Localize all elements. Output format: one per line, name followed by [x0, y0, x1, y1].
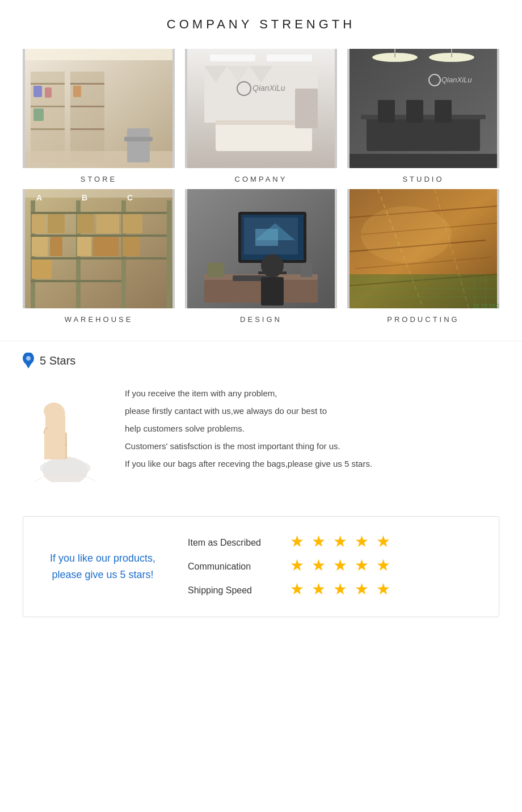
stars-text-line4: Customers' satisfsction is the most impo…	[125, 438, 499, 454]
studio-image: QianXiLu	[347, 49, 499, 168]
svg-rect-17	[25, 49, 172, 60]
stars-row-item-described: ★ ★ ★ ★ ★	[290, 534, 394, 552]
rating-box: If you like our products, please give us…	[23, 516, 499, 617]
star-3: ★	[333, 581, 351, 600]
svg-marker-109	[24, 362, 32, 369]
rating-rows: Item as Described ★ ★ ★ ★ ★ Communicatio…	[188, 534, 482, 600]
svg-rect-89	[261, 277, 284, 305]
svg-rect-52	[31, 235, 76, 237]
svg-rect-58	[76, 280, 121, 282]
stars-text-line2: please firstly cantact with us,we always…	[125, 403, 499, 418]
design-label: DESIGN	[240, 315, 282, 324]
svg-point-110	[26, 356, 31, 361]
svg-rect-20	[210, 55, 255, 61]
store-image	[23, 49, 175, 168]
svg-rect-60	[121, 235, 167, 237]
svg-rect-54	[31, 280, 76, 282]
rating-cta-line1: If you like our products,	[40, 550, 165, 567]
company-strength-section: COMPANY STRENGTH	[0, 0, 522, 341]
svg-rect-59	[121, 212, 167, 214]
producting-image: 21 22 23 24	[347, 189, 499, 308]
star-3: ★	[333, 534, 351, 552]
svg-text:21 22 23 24: 21 22 23 24	[473, 303, 499, 308]
rating-row-communication: Communication ★ ★ ★ ★ ★	[188, 558, 482, 576]
grid-item-store: STORE	[23, 49, 175, 183]
svg-rect-13	[73, 86, 81, 97]
svg-rect-55	[76, 212, 121, 214]
svg-point-122	[40, 459, 91, 476]
grid-item-design: DESIGN	[185, 189, 337, 324]
svg-rect-82	[255, 229, 278, 246]
svg-text:QianXiLu: QianXiLu	[252, 83, 285, 93]
svg-rect-41	[435, 100, 452, 123]
grid-item-warehouse: A B C WAREHOUSE	[23, 189, 175, 324]
svg-rect-61	[121, 257, 167, 259]
warehouse-image: A B C	[23, 189, 175, 308]
svg-rect-14	[25, 151, 172, 168]
star-4: ★	[355, 581, 373, 600]
stars-text-block: If you receive the item with any problem…	[125, 380, 499, 474]
svg-rect-15	[127, 128, 150, 162]
star-2: ★	[311, 534, 330, 552]
rating-row-shipping: Shipping Speed ★ ★ ★ ★ ★	[188, 581, 482, 600]
rating-label-shipping: Shipping Speed	[188, 585, 279, 596]
star-4: ★	[355, 558, 373, 576]
svg-rect-91	[207, 263, 224, 277]
company-label: COMPANY	[235, 175, 288, 183]
svg-rect-44	[350, 154, 497, 168]
grid-item-producting: 21 22 23 24 PRODUCTING	[347, 189, 499, 324]
rating-cta-line2: please give us 5 stars!	[40, 567, 165, 583]
svg-rect-6	[70, 72, 104, 162]
stars-text-line1: If you receive the item with any problem…	[125, 386, 499, 401]
rating-cta: If you like our products, please give us…	[40, 550, 165, 583]
svg-rect-12	[33, 108, 44, 121]
svg-rect-53	[31, 257, 76, 259]
five-stars-title: 5 Stars	[40, 354, 75, 367]
producting-label: PRODUCTING	[387, 315, 459, 324]
svg-rect-67	[77, 214, 94, 233]
star-5: ★	[376, 558, 394, 576]
star-3: ★	[333, 558, 351, 576]
svg-rect-51	[31, 212, 76, 214]
svg-rect-72	[123, 237, 140, 256]
stars-header: 5 Stars	[23, 353, 499, 369]
store-label: STORE	[81, 175, 117, 183]
studio-label: STUDIO	[402, 175, 444, 183]
grid-item-company: QianXiLu COMPANY	[185, 49, 337, 183]
svg-text:QianXiLu: QianXiLu	[441, 76, 472, 84]
grid-item-studio: QianXiLu STUDIO	[347, 49, 499, 183]
design-image	[185, 189, 337, 308]
svg-rect-64	[32, 237, 48, 256]
svg-rect-40	[406, 100, 423, 123]
thumbs-image	[23, 380, 108, 482]
svg-rect-69	[77, 237, 91, 256]
svg-rect-50	[167, 200, 171, 308]
svg-rect-66	[32, 259, 52, 279]
image-grid-row1: STORE	[23, 49, 499, 183]
svg-rect-9	[70, 128, 104, 130]
stars-text-line3: help customers solve problems.	[125, 421, 499, 436]
image-grid-row2: A B C WAREHOUSE	[23, 189, 499, 324]
star-5: ★	[376, 534, 394, 552]
stars-content: If you receive the item with any problem…	[23, 380, 499, 482]
svg-rect-16	[124, 137, 153, 141]
svg-rect-21	[267, 55, 312, 61]
svg-rect-39	[378, 100, 395, 123]
svg-rect-71	[123, 214, 142, 233]
star-1: ★	[290, 534, 308, 552]
svg-rect-68	[96, 214, 119, 233]
svg-rect-56	[76, 235, 121, 237]
svg-rect-63	[48, 214, 65, 233]
star-4: ★	[355, 534, 373, 552]
svg-rect-90	[301, 263, 312, 277]
svg-point-88	[261, 254, 284, 277]
svg-rect-70	[93, 237, 119, 256]
svg-rect-76	[25, 189, 172, 198]
star-5: ★	[376, 581, 394, 600]
star-1: ★	[290, 581, 308, 600]
warehouse-label: WAREHOUSE	[65, 315, 133, 324]
rating-row-item-described: Item as Described ★ ★ ★ ★ ★	[188, 534, 482, 552]
svg-rect-4	[31, 106, 65, 107]
stars-text-line5: If you like our bags after receving the …	[125, 456, 499, 471]
svg-rect-8	[70, 106, 104, 107]
